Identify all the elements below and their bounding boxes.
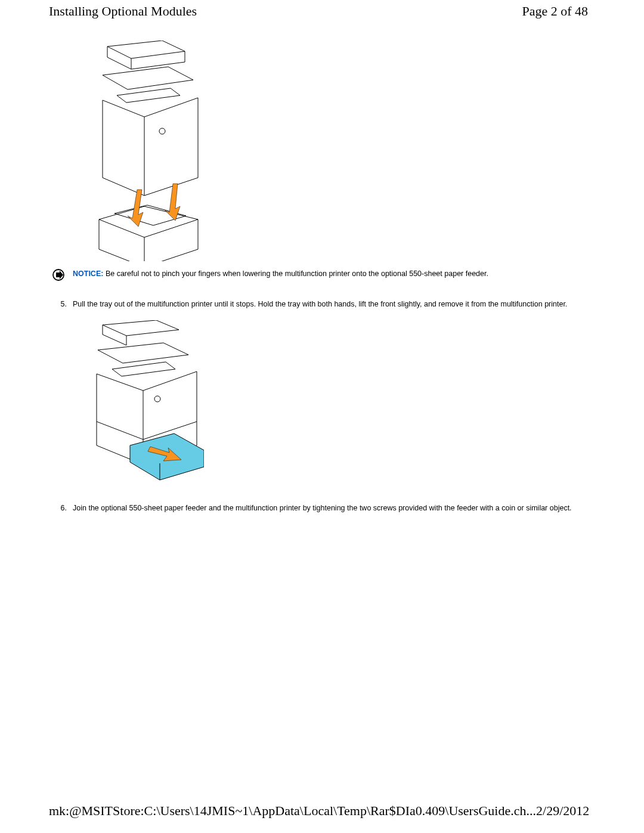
source-path: mk:@MSITStore:C:\Users\14JMIS~1\AppData\… <box>49 803 536 819</box>
page-number: Page 2 of 48 <box>522 4 588 19</box>
notice-arrow-icon <box>52 269 64 281</box>
printer-remove-tray-illustration <box>79 320 204 487</box>
step-number: 5. <box>49 299 67 309</box>
page-footer: mk:@MSITStore:C:\Users\14JMIS~1\AppData\… <box>49 803 588 819</box>
notice-body: Be careful not to pinch your fingers whe… <box>106 270 488 278</box>
figure-installing-feeder <box>79 41 204 261</box>
step-text: Join the optional 550-sheet paper feeder… <box>73 503 588 513</box>
step-5: 5. Pull the tray out of the multifunctio… <box>49 299 588 309</box>
notice-text: NOTICE: Be careful not to pinch your fin… <box>73 268 488 279</box>
step-number: 6. <box>49 503 67 513</box>
notice-label: NOTICE: <box>73 270 103 278</box>
page-content: NOTICE: Be careful not to pinch your fin… <box>49 36 588 513</box>
step-text: Pull the tray out of the multifunction p… <box>73 299 588 309</box>
notice-row: NOTICE: Be careful not to pinch your fin… <box>52 268 588 281</box>
step-6: 6. Join the optional 550-sheet paper fee… <box>49 503 588 513</box>
page-header: Installing Optional Modules Page 2 of 48 <box>49 4 588 19</box>
svg-point-2 <box>154 396 160 402</box>
figure-remove-tray <box>79 320 204 487</box>
document-title: Installing Optional Modules <box>49 4 197 19</box>
svg-point-0 <box>159 128 165 134</box>
printer-on-feeder-illustration <box>79 41 204 261</box>
document-page: Installing Optional Modules Page 2 of 48 <box>0 0 644 833</box>
print-date: 2/29/2012 <box>536 803 589 819</box>
